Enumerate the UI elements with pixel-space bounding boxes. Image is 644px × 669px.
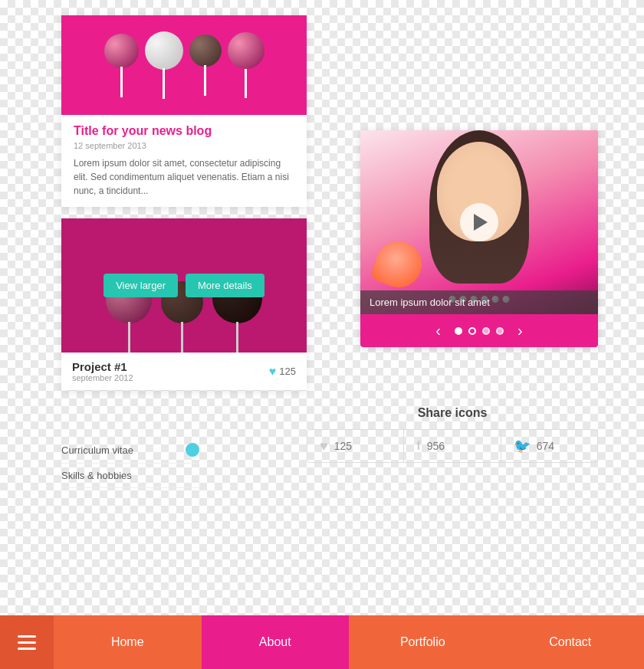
cake-pop-ball-3 — [189, 34, 222, 67]
slider-controls: ‹ › — [360, 314, 598, 347]
sidebar-cv-label: Curriculum vitae — [61, 444, 133, 456]
cake-pop-stick-4 — [245, 67, 247, 98]
nav-item-home[interactable]: Home — [54, 615, 202, 669]
cake-pop-3 — [189, 34, 222, 96]
hamburger-line-1 — [18, 635, 36, 638]
hamburger-line-2 — [18, 641, 36, 644]
cake-pop-stick-3 — [204, 65, 206, 96]
cake-pop-ball-2 — [145, 31, 183, 70]
project-likes: ♥ 125 — [269, 365, 296, 379]
nav-contact-label: Contact — [549, 635, 591, 649]
share-stats: ♥ 125 f 956 🐦 674 — [307, 429, 598, 463]
nav-item-portfolio[interactable]: Portfolio — [349, 615, 497, 669]
play-icon — [474, 214, 488, 231]
cake-pop-4 — [228, 32, 264, 98]
blog-excerpt: Lorem ipsum dolor sit amet, consectetur … — [74, 156, 294, 198]
share-stat-heart: ♥ 125 — [307, 430, 404, 462]
share-title: Share icons — [307, 406, 598, 420]
page-container: Title for your news blog 12 september 20… — [0, 0, 644, 669]
blog-card: Title for your news blog 12 september 20… — [61, 15, 307, 207]
portfolio-card: View larger More details Project #1 sept… — [61, 218, 307, 390]
hamburger-icon — [18, 635, 36, 650]
cake-pops-image — [61, 15, 307, 115]
hamburger-line-3 — [18, 648, 36, 650]
media-section: Lorem ipsum dolor sit amet ‹ › — [360, 130, 598, 347]
cake-pop-ball-1 — [104, 34, 139, 68]
nav-home-label: Home — [111, 635, 144, 649]
facebook-share-count: 956 — [427, 440, 445, 452]
share-stat-twitter: 🐦 674 — [501, 430, 597, 462]
cake-pop-stick-2 — [163, 68, 165, 99]
slider-dot-4[interactable] — [496, 327, 504, 335]
view-larger-button[interactable]: View larger — [104, 274, 178, 297]
share-stat-facebook: f 956 — [404, 430, 501, 462]
sidebar-list: Curriculum vitae Skills & hobbies — [61, 437, 199, 488]
cake-pop-stick-1 — [120, 67, 123, 97]
sidebar-item-cv[interactable]: Curriculum vitae — [61, 437, 199, 464]
media-card: Lorem ipsum dolor sit amet ‹ › — [360, 130, 598, 347]
slider-dot-3[interactable] — [482, 327, 490, 335]
play-button[interactable] — [460, 203, 498, 241]
heart-share-icon: ♥ — [320, 438, 328, 454]
nav-portfolio-label: Portfolio — [400, 635, 445, 649]
heart-icon: ♥ — [269, 365, 277, 379]
project-name: Project #1 — [72, 360, 133, 373]
blog-date: 12 september 2013 — [74, 141, 294, 150]
rose-decoration — [376, 241, 429, 295]
twitter-share-count: 674 — [537, 440, 554, 452]
sidebar-cv-badge — [186, 443, 199, 457]
cake-pop-1 — [104, 34, 139, 97]
sidebar-item-skills[interactable]: Skills & hobbies — [61, 464, 199, 488]
portfolio-image: View larger More details — [61, 218, 307, 353]
twitter-share-icon: 🐦 — [514, 438, 531, 454]
project-info: Project #1 september 2012 — [72, 360, 133, 382]
blog-title: Title for your news blog — [74, 124, 294, 138]
media-image: Lorem ipsum dolor sit amet — [360, 130, 598, 314]
sidebar-skills-label: Skills & hobbies — [61, 470, 132, 481]
cake-pop-ball-4 — [228, 32, 264, 69]
nav-item-about[interactable]: About — [202, 615, 350, 669]
nav-bar: Home About Portfolio Contact — [0, 615, 644, 669]
nav-item-contact[interactable]: Contact — [497, 615, 645, 669]
more-details-button[interactable]: More details — [186, 274, 264, 297]
blog-card-body: Title for your news blog 12 september 20… — [61, 115, 307, 207]
hamburger-menu-button[interactable] — [0, 615, 54, 669]
blog-card-image — [61, 15, 307, 115]
slider-next-arrow[interactable]: › — [518, 322, 523, 339]
slider-dot-2[interactable] — [468, 327, 476, 335]
portfolio-overlay: View larger More details — [61, 218, 307, 353]
slider-dot-1[interactable] — [455, 327, 462, 335]
facebook-share-icon: f — [416, 439, 420, 453]
cake-pop-2 — [145, 31, 183, 99]
likes-count: 125 — [279, 366, 296, 377]
project-date: september 2012 — [72, 373, 133, 382]
share-section: Share icons ♥ 125 f 956 🐦 674 — [307, 406, 598, 463]
portfolio-footer: Project #1 september 2012 ♥ 125 — [61, 353, 307, 390]
heart-share-count: 125 — [334, 440, 352, 452]
slider-prev-arrow[interactable]: ‹ — [435, 322, 441, 339]
media-caption: Lorem ipsum dolor sit amet — [360, 290, 598, 314]
nav-about-label: About — [259, 635, 291, 649]
